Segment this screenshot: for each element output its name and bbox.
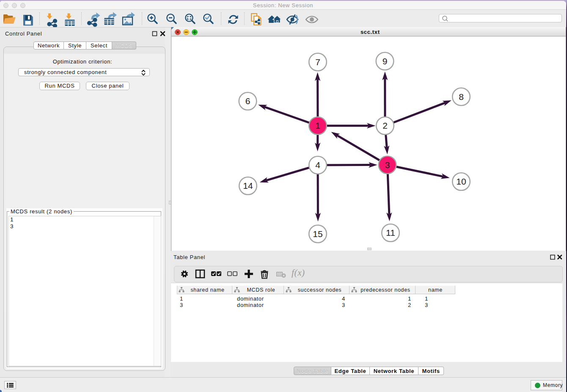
svg-text:6: 6 [245, 96, 250, 106]
svg-text:4: 4 [315, 160, 320, 170]
svg-text:15: 15 [313, 229, 322, 239]
svg-text:9: 9 [383, 56, 388, 66]
svg-text:11: 11 [386, 228, 395, 237]
svg-text:10: 10 [456, 177, 466, 186]
svg-text:2: 2 [383, 121, 388, 130]
svg-text:1: 1 [315, 121, 320, 130]
svg-text:8: 8 [459, 92, 464, 102]
svg-text:14: 14 [243, 181, 253, 190]
svg-text:7: 7 [315, 57, 320, 67]
svg-text:3: 3 [385, 160, 390, 170]
